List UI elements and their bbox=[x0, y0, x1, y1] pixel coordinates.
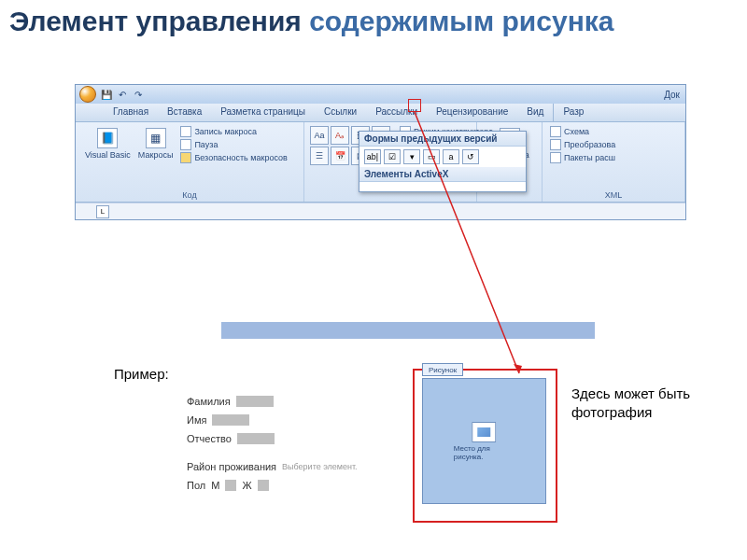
slide-title: Элемент управления содержимым рисунка bbox=[0, 0, 747, 39]
reset-form-icon[interactable]: ↺ bbox=[462, 149, 479, 164]
row-surname: Фамилия bbox=[187, 392, 358, 411]
visual-basic-button[interactable]: 📘Visual Basic bbox=[81, 126, 134, 163]
transform-button[interactable]: Преобразова bbox=[550, 139, 679, 150]
title-accent: содержимым рисунка bbox=[309, 6, 613, 36]
legacy-forms-row: ab| ☑ ▾ ▭ a ↺ bbox=[359, 147, 526, 167]
row-region: Район проживания Выберите элемент. bbox=[187, 457, 358, 476]
tab-view[interactable]: Вид bbox=[517, 104, 553, 121]
richtext-control-icon[interactable]: Aa bbox=[310, 126, 329, 145]
shading-form-icon[interactable]: a bbox=[443, 149, 459, 164]
group-xml: Схема Преобразова Пакеты расш XML bbox=[543, 122, 685, 202]
group-code: 📘Visual Basic ▦Макросы Запись макроса Па… bbox=[76, 122, 304, 202]
transform-icon bbox=[550, 139, 561, 150]
date-control-icon[interactable]: 📅 bbox=[331, 147, 349, 165]
label-patronymic: Отчество bbox=[187, 429, 232, 448]
example-form: Фамилия Имя Отчество Район проживания Вы… bbox=[187, 392, 358, 495]
group-label-code: Код bbox=[76, 190, 303, 200]
picture-control-tab[interactable]: Рисунок bbox=[422, 363, 463, 376]
field-patronymic[interactable] bbox=[237, 433, 275, 444]
picture-placeholder-text: Место для рисунка. bbox=[454, 444, 515, 461]
popup-legacy-title: Формы предыдущих версий bbox=[359, 132, 526, 147]
picture-content-control[interactable]: Рисунок Место для рисунка. bbox=[413, 369, 557, 523]
decorative-bar bbox=[221, 322, 595, 339]
row-patronymic: Отчество bbox=[187, 429, 358, 448]
checkbox-form-icon[interactable]: ☑ bbox=[384, 149, 401, 164]
checkbox-male[interactable] bbox=[225, 480, 236, 491]
tab-insert[interactable]: Вставка bbox=[158, 104, 211, 121]
label-female: Ж bbox=[242, 476, 251, 495]
field-surname[interactable] bbox=[236, 396, 274, 407]
image-icon bbox=[472, 422, 497, 442]
macros-button[interactable]: ▦Макросы bbox=[134, 126, 177, 163]
title-plain: Элемент управления bbox=[9, 6, 309, 36]
pause-button[interactable]: Пауза bbox=[180, 139, 287, 150]
tab-stop-icon[interactable]: L bbox=[96, 205, 109, 218]
doc-title: Док bbox=[664, 90, 680, 100]
expansion-packs-button[interactable]: Пакеты расш bbox=[550, 152, 679, 163]
schema-button[interactable]: Схема bbox=[550, 126, 679, 137]
undo-icon[interactable]: ↶ bbox=[116, 88, 129, 101]
activex-row bbox=[359, 182, 526, 191]
ruler: L bbox=[76, 203, 685, 219]
label-gender: Пол bbox=[187, 476, 205, 495]
vb-icon: 📘 bbox=[97, 128, 118, 148]
highlight-source-box bbox=[408, 99, 421, 112]
office-orb-icon[interactable] bbox=[79, 86, 96, 103]
row-gender: Пол М Ж bbox=[187, 476, 358, 495]
picture-control-body[interactable]: Место для рисунка. bbox=[422, 378, 546, 504]
save-icon[interactable]: 💾 bbox=[100, 88, 113, 101]
textbox-form-icon[interactable]: ab| bbox=[364, 149, 381, 164]
popup-activex-title: Элементы ActiveX bbox=[359, 167, 526, 182]
tab-references[interactable]: Ссылки bbox=[315, 104, 366, 121]
record-macro-button[interactable]: Запись макроса bbox=[180, 126, 287, 137]
pause-icon bbox=[180, 139, 191, 150]
packs-icon bbox=[550, 152, 561, 163]
tab-layout[interactable]: Разметка страницы bbox=[211, 104, 315, 121]
dropdown-form-icon[interactable]: ▾ bbox=[403, 149, 420, 164]
tab-home[interactable]: Главная bbox=[104, 104, 158, 121]
picture-placeholder[interactable]: Место для рисунка. bbox=[454, 422, 515, 461]
quick-access-toolbar: 💾 ↶ ↷ bbox=[100, 88, 145, 101]
dropdown-control-icon[interactable]: ☰ bbox=[310, 147, 329, 165]
legacy-tools-popup: Формы предыдущих версий ab| ☑ ▾ ▭ a ↺ Эл… bbox=[359, 131, 527, 192]
tab-developer[interactable]: Разр bbox=[553, 104, 593, 121]
ribbon-tabs: Главная Вставка Разметка страницы Ссылки… bbox=[76, 104, 685, 122]
tab-review[interactable]: Рецензирование bbox=[427, 104, 517, 121]
record-icon bbox=[180, 126, 191, 137]
frame-form-icon[interactable]: ▭ bbox=[423, 149, 440, 164]
titlebar: 💾 ↶ ↷ Док bbox=[76, 85, 685, 104]
example-label: Пример: bbox=[114, 366, 169, 382]
label-name: Имя bbox=[187, 411, 206, 429]
text-control-icon[interactable]: Aₐ bbox=[331, 126, 349, 145]
region-placeholder[interactable]: Выберите элемент. bbox=[282, 457, 358, 476]
annotation-text: Здесь может быть фотография bbox=[571, 385, 747, 422]
redo-icon[interactable]: ↷ bbox=[132, 88, 145, 101]
macros-icon: ▦ bbox=[146, 128, 166, 148]
row-name: Имя bbox=[187, 411, 358, 429]
group-label-xml: XML bbox=[543, 190, 684, 200]
schema-icon bbox=[550, 126, 561, 137]
checkbox-female[interactable] bbox=[258, 480, 269, 491]
macro-security-button[interactable]: Безопасность макросов bbox=[180, 152, 287, 163]
label-region: Район проживания bbox=[187, 457, 276, 476]
warning-icon bbox=[180, 152, 191, 163]
label-surname: Фамилия bbox=[187, 392, 231, 411]
label-male: М bbox=[211, 476, 219, 495]
field-name[interactable] bbox=[212, 414, 249, 426]
